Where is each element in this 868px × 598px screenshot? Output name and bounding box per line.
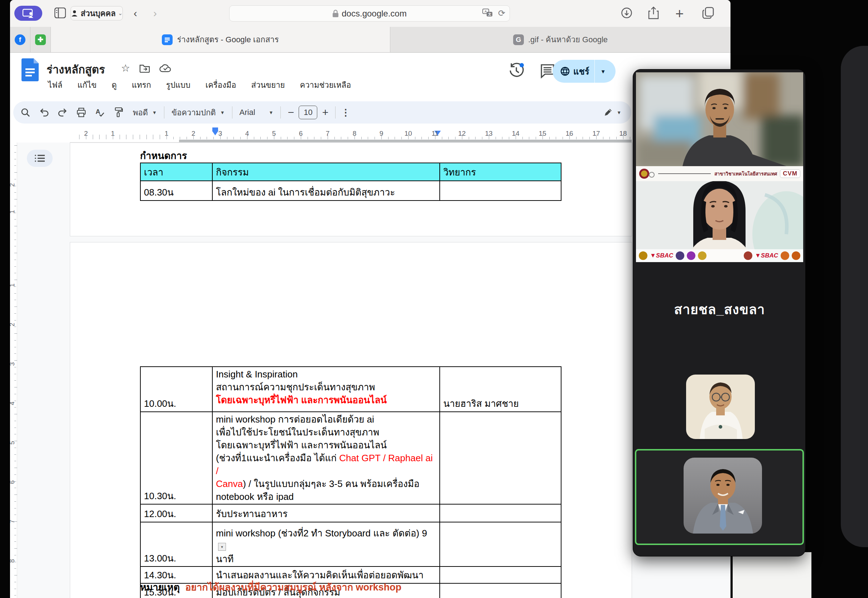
tab-google-docs[interactable]: ร่างหลักสูตร - Google เอกสาร: [51, 27, 390, 52]
google-docs-favicon: [162, 34, 173, 45]
participant-video-1[interactable]: [636, 72, 803, 166]
forward-button[interactable]: ›: [153, 7, 157, 19]
active-speaker-tile[interactable]: [635, 449, 804, 545]
share-button[interactable]: [648, 6, 659, 21]
download-icon: [621, 7, 632, 19]
pinned-tab-facebook[interactable]: f: [10, 27, 30, 52]
horizontal-ruler[interactable]: 21123456789101112131415161718: [70, 127, 632, 142]
cell-activity: mini workshop (ช่วงที่2 ทำ Storyboard แล…: [212, 522, 440, 567]
menu-file[interactable]: ไฟล์: [46, 78, 64, 93]
document-canvas: 2112345678 กำหนดการ เวลา กิจกรรม วิทยากร: [10, 142, 731, 598]
address-bar[interactable]: docs.google.com A 文 ⟳: [229, 5, 510, 21]
profile-menu[interactable]: ส่วนบุคคล ⌄: [70, 6, 123, 20]
back-button[interactable]: ‹: [134, 7, 137, 19]
menu-format[interactable]: รูปแบบ: [164, 78, 193, 93]
new-tab-button[interactable]: +: [675, 6, 684, 22]
redo-button[interactable]: [53, 104, 72, 121]
cell-speaker: [440, 522, 561, 567]
menu-edit[interactable]: แก้ไข: [75, 78, 99, 93]
participant-video-2[interactable]: สาขาวิชาเทคโนโลยีสารสนเทศ CVM ▼SBAC ▼SBA…: [636, 166, 803, 262]
left-indent-marker[interactable]: [212, 131, 218, 135]
tab-google-search[interactable]: G .gif - ค้นหาด้วย Google: [390, 27, 731, 52]
header-time: เวลา: [140, 163, 212, 181]
participant-3-photo: [686, 375, 755, 439]
svg-text:文: 文: [488, 12, 491, 16]
share-dropdown-arrow[interactable]: ▼: [595, 69, 612, 75]
facebook-icon: f: [15, 34, 25, 45]
document-title[interactable]: ร่างหลักสูตร: [46, 61, 105, 78]
google-search-favicon: G: [513, 34, 524, 45]
table-row-1030: 10.30น. mini workshop การต่อยอดไอเดียด้ว…: [140, 412, 561, 504]
share-icon: [648, 6, 659, 19]
spell-check-button[interactable]: A: [91, 104, 109, 121]
cell-activity: โลกใหม่ของ ai ในการเชื่อมต่อกับมิติสุขภา…: [212, 181, 440, 200]
menu-tools[interactable]: เครื่องมือ: [203, 78, 239, 93]
cell-speaker: [440, 567, 561, 583]
screen-share-button[interactable]: [14, 6, 42, 21]
first-line-indent-marker[interactable]: [212, 127, 218, 131]
logos-strip: ▼SBAC ▼SBAC: [636, 249, 803, 262]
page-1[interactable]: กำหนดการ เวลา กิจกรรม วิทยากร 08.30น โลก…: [70, 142, 632, 236]
increase-font-button[interactable]: +: [317, 104, 333, 121]
table-row: 08.30น โลกใหม่ของ ai ในการเชื่อมต่อกับมิ…: [140, 181, 561, 200]
menu-view[interactable]: ดู: [109, 78, 119, 93]
svg-text:A: A: [484, 10, 487, 13]
table-row-1300: 13.00น. mini workshop (ช่วงที่2 ทำ Story…: [140, 522, 561, 567]
spellcheck-icon: A: [95, 108, 105, 117]
star-icon[interactable]: ☆: [121, 62, 130, 74]
outline-icon: [34, 154, 45, 162]
reload-icon[interactable]: ⟳: [498, 8, 505, 18]
google-docs-logo: [21, 58, 39, 81]
menu-extensions[interactable]: ส่วนขยาย: [249, 78, 287, 93]
font-value: Arial: [239, 108, 255, 117]
version-history-button[interactable]: [508, 63, 524, 80]
note-line: หมายเหตุ อยากได้ผลงานที่มีความสมบูรณ์ หล…: [140, 579, 402, 595]
cell-time: 10.30น.: [140, 412, 212, 504]
menu-bar: ไฟล์ แก้ไข ดู แทรก รูปแบบ เครื่องมือ ส่ว…: [46, 78, 353, 93]
move-folder-icon[interactable]: [139, 64, 150, 73]
cell-speaker: นายฮาริส มาศชาย: [440, 367, 561, 412]
search-menus-button[interactable]: [16, 104, 35, 121]
styles-select[interactable]: ข้อความปกติ▼: [166, 106, 230, 119]
decrease-font-button[interactable]: −: [283, 104, 299, 121]
cell-activity: Insight & Inspiration สถานการณ์ความชุกปร…: [212, 367, 440, 412]
translate-icon[interactable]: A 文: [483, 9, 493, 18]
tab-overview-button[interactable]: [702, 6, 715, 21]
virtual-background-banner: สาขาวิชาเทคโนโลยีสารสนเทศ CVM: [636, 166, 803, 181]
logo-circle-gold-2: [698, 251, 707, 260]
schedule-table-2[interactable]: 10.00น. Insight & Inspiration สถานการณ์ค…: [140, 366, 562, 598]
pinned-tab-green[interactable]: ✚: [30, 27, 51, 52]
logo-circle-navy: [676, 251, 684, 260]
print-icon: [77, 108, 86, 117]
editing-mode-button[interactable]: ▼: [599, 108, 626, 117]
print-button[interactable]: [72, 104, 91, 121]
show-outline-button[interactable]: [27, 150, 53, 167]
menu-help[interactable]: ความช่วยเหลือ: [297, 78, 353, 93]
schedule-table-1[interactable]: เวลา กิจกรรม วิทยากร 08.30น โลกใหม่ของ a…: [140, 163, 562, 201]
undo-button[interactable]: [35, 104, 53, 121]
font-select[interactable]: Arial▼: [235, 108, 279, 117]
svg-text:A: A: [96, 108, 100, 115]
paint-format-button[interactable]: [109, 104, 128, 121]
menu-insert[interactable]: แทรก: [130, 78, 153, 93]
profile-label: ส่วนบุคคล: [81, 7, 116, 20]
cloud-saved-icon[interactable]: [159, 64, 172, 73]
logo-circle-purple: [687, 251, 695, 260]
undo-icon: [39, 108, 49, 117]
vertical-ruler[interactable]: 2112345678: [10, 142, 17, 598]
participant-avatar-3[interactable]: [686, 375, 755, 439]
share-split-button[interactable]: แชร์ ▼: [553, 60, 616, 83]
header-speaker: วิทยากร: [440, 163, 561, 181]
chevron-down-icon: ⌄: [118, 10, 123, 16]
sidebar-icon: [54, 7, 66, 18]
plus-cross-icon: ✚: [35, 34, 46, 45]
zoom-select[interactable]: พอดี▼: [128, 106, 162, 119]
page-2[interactable]: 10.00น. Insight & Inspiration สถานการณ์ค…: [70, 242, 632, 598]
video-conference-panel[interactable]: สาขาวิชาเทคโนโลยีสารสนเทศ CVM ▼SBAC ▼SBA…: [633, 69, 806, 556]
more-options-button[interactable]: ⋮: [338, 104, 353, 121]
cell-dropdown-icon[interactable]: ▾: [218, 543, 226, 551]
downloads-button[interactable]: [621, 7, 632, 21]
font-size-input[interactable]: 10: [299, 106, 317, 119]
sidebar-toggle-button[interactable]: [54, 7, 66, 20]
ruler-table-band: [179, 140, 632, 142]
